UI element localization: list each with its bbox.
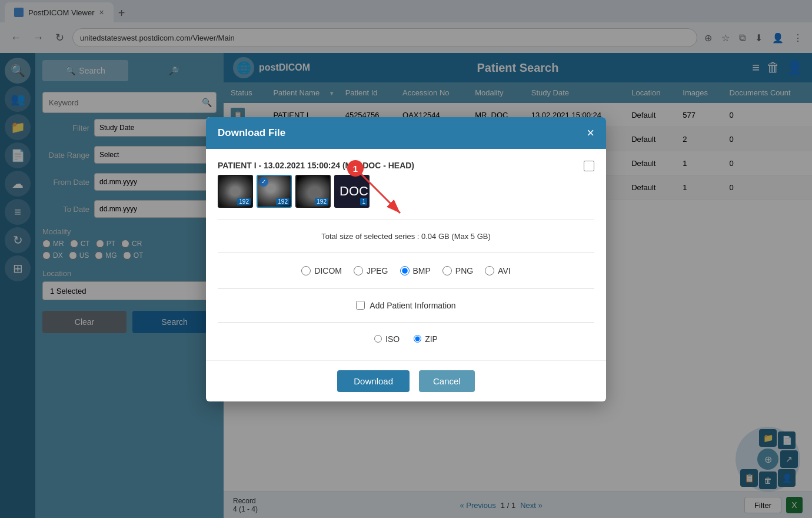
- modal-divider-3: [218, 288, 594, 289]
- add-patient-info-row: Add Patient Information: [218, 296, 594, 315]
- series-thumb-2[interactable]: ✓ 192: [257, 175, 292, 208]
- add-patient-info-label[interactable]: Add Patient Information: [370, 301, 455, 310]
- thumb-count-2: 192: [276, 198, 289, 205]
- download-modal: Download File × PATIENT I - 13.02.2021 1…: [206, 117, 606, 401]
- thumb-check-2: ✓: [259, 177, 268, 187]
- format-bmp-radio[interactable]: [400, 266, 410, 275]
- modal-divider-2: [218, 253, 594, 253]
- archive-iso[interactable]: ISO: [374, 334, 400, 344]
- modal-header: Download File ×: [206, 117, 606, 149]
- archive-row: ISO ZIP: [218, 330, 594, 348]
- patient-row: PATIENT I - 13.02.2021 15:00:24 (MR, DOC…: [218, 161, 594, 208]
- annotation-1: 1: [347, 160, 364, 177]
- format-png-radio[interactable]: [442, 266, 452, 275]
- format-png[interactable]: PNG: [442, 266, 473, 275]
- modal-footer: Download Cancel: [206, 360, 606, 401]
- thumb-count-1: 192: [237, 198, 251, 205]
- format-jpeg[interactable]: JPEG: [354, 266, 388, 275]
- total-size-text: Total size of selected series : 0.04 GB …: [321, 232, 491, 241]
- download-button[interactable]: Download: [337, 370, 410, 392]
- patient-label: PATIENT I - 13.02.2021 15:00:24 (MR, DOC…: [218, 161, 574, 170]
- series-thumb-3[interactable]: 192: [295, 175, 331, 208]
- patient-select-checkbox[interactable]: [584, 161, 594, 171]
- patient-info: PATIENT I - 13.02.2021 15:00:24 (MR, DOC…: [218, 161, 574, 208]
- series-thumb-1[interactable]: 192: [218, 175, 253, 208]
- format-bmp[interactable]: BMP: [400, 266, 431, 275]
- archive-zip-radio[interactable]: [414, 335, 421, 343]
- series-thumb-doc[interactable]: DOC 1: [334, 175, 370, 208]
- add-patient-info-checkbox[interactable]: [356, 301, 365, 310]
- format-dicom-radio[interactable]: [301, 266, 311, 275]
- format-row: DICOM JPEG BMP PNG AVI: [218, 260, 594, 281]
- modal-overlay: 1 Download File × PATIENT I - 13.02.2021…: [0, 0, 812, 518]
- thumb-count-doc: 1: [360, 198, 367, 205]
- format-jpeg-radio[interactable]: [354, 266, 363, 275]
- total-size-row: Total size of selected series : 0.04 GB …: [218, 227, 594, 245]
- archive-iso-radio[interactable]: [374, 335, 382, 343]
- cancel-button[interactable]: Cancel: [419, 370, 475, 392]
- format-avi[interactable]: AVI: [485, 266, 511, 275]
- modal-title: Download File: [218, 127, 285, 139]
- thumb-count-3: 192: [315, 198, 328, 205]
- format-avi-radio[interactable]: [485, 266, 494, 275]
- modal-divider-1: [218, 220, 594, 220]
- format-dicom[interactable]: DICOM: [301, 266, 342, 275]
- modal-close-btn[interactable]: ×: [587, 125, 594, 141]
- modal-divider-4: [218, 322, 594, 323]
- modal-body: PATIENT I - 13.02.2021 15:00:24 (MR, DOC…: [206, 149, 606, 360]
- archive-zip[interactable]: ZIP: [414, 334, 438, 344]
- series-thumbs: 192 ✓ 192 192: [218, 175, 574, 208]
